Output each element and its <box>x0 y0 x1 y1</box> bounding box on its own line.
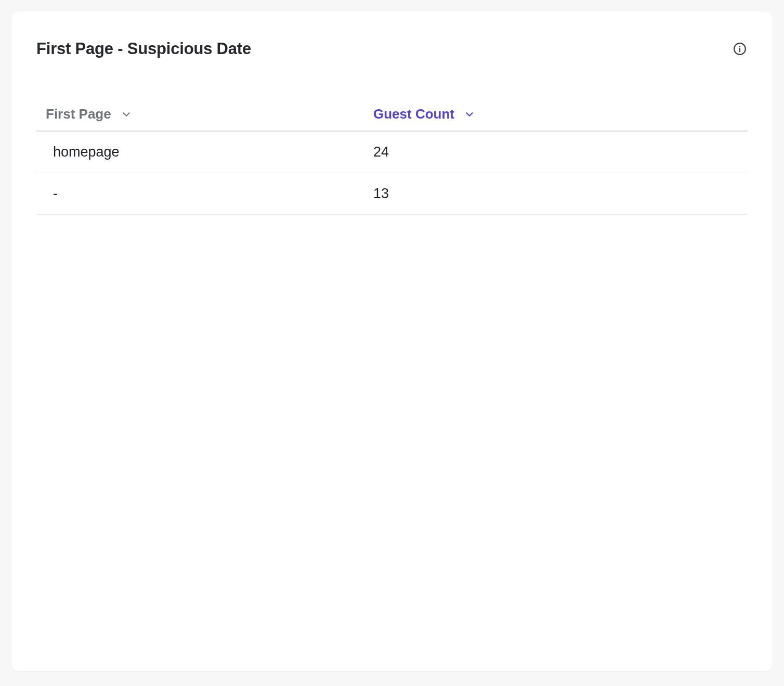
svg-point-2 <box>739 46 740 47</box>
column-header-label: First Page <box>46 106 111 122</box>
cell-guest-count: 24 <box>369 144 748 160</box>
table-body: homepage 24 - 13 <box>36 132 748 215</box>
column-header-first-page[interactable]: First Page <box>36 106 369 122</box>
table-header-row: First Page Guest Count <box>36 106 748 132</box>
card-header: First Page - Suspicious Date <box>36 40 748 58</box>
info-icon <box>733 42 747 56</box>
column-header-label: Guest Count <box>373 106 454 122</box>
chevron-down-icon <box>464 109 475 120</box>
cell-first-page: homepage <box>36 144 369 160</box>
table-row: - 13 <box>36 173 748 215</box>
cell-guest-count: 13 <box>369 186 748 202</box>
chevron-down-icon <box>121 109 132 120</box>
cell-first-page: - <box>36 186 369 202</box>
data-table: First Page Guest Count homepage <box>36 106 748 215</box>
card-title: First Page - Suspicious Date <box>36 40 251 58</box>
report-card: First Page - Suspicious Date First Page <box>11 11 773 671</box>
table-row: homepage 24 <box>36 132 748 173</box>
column-header-guest-count[interactable]: Guest Count <box>369 106 748 122</box>
info-button[interactable] <box>732 41 748 57</box>
